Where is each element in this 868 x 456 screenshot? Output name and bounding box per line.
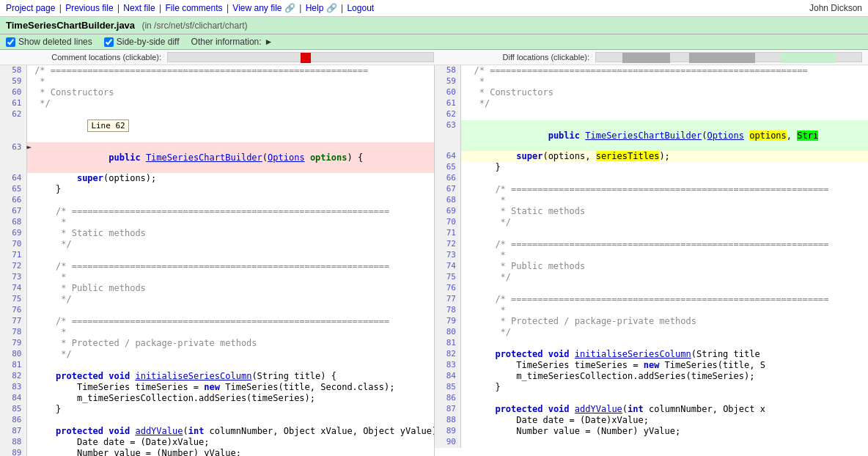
line-number[interactable]: 75 (435, 272, 461, 283)
line-number[interactable]: 75 (0, 294, 26, 305)
table-row: 61 */ (435, 98, 868, 109)
line-number[interactable]: 64 (0, 173, 26, 184)
comment-marker (301, 53, 311, 63)
table-row: 68 * (0, 217, 435, 228)
line-number[interactable]: 71 (435, 228, 461, 239)
nav-file-comments[interactable]: File comments (166, 3, 223, 13)
line-number[interactable]: 86 (0, 415, 26, 426)
nav-view-any-file[interactable]: View any file 🔗 (232, 3, 295, 13)
line-number[interactable]: 85 (435, 382, 461, 393)
table-row: 63 ► public TimeSeriesChartBuilder(Optio… (0, 142, 435, 173)
diff-scrollbar[interactable] (595, 52, 862, 62)
line-number[interactable]: 61 (435, 98, 461, 109)
line-number[interactable]: 88 (435, 415, 461, 426)
table-row: 79 * Protected / package-private methods (435, 316, 868, 327)
line-number[interactable]: 81 (435, 338, 461, 349)
line-number[interactable]: 59 (0, 76, 26, 87)
line-number[interactable]: 70 (0, 239, 26, 250)
line-number[interactable]: 69 (435, 206, 461, 217)
table-row: 87 protected void addYValue(int columnNu… (435, 404, 868, 415)
line-number[interactable]: 62 (435, 109, 461, 120)
line-number[interactable]: 72 (435, 239, 461, 250)
line-number[interactable]: 76 (435, 283, 461, 294)
line-number[interactable]: 65 (435, 162, 461, 173)
show-deleted-option[interactable]: Show deleted lines (6, 37, 92, 47)
table-row: 71 (0, 250, 435, 261)
line-number[interactable]: 87 (0, 426, 26, 437)
nav-help[interactable]: Help 🔗 (306, 3, 337, 13)
line-number[interactable]: 83 (435, 360, 461, 371)
line-number[interactable]: 79 (0, 338, 26, 349)
table-row: 64 super(options, seriesTitles); (435, 151, 868, 162)
line-number[interactable]: 76 (0, 305, 26, 316)
line-number[interactable]: 72 (0, 261, 26, 272)
line-number[interactable]: 78 (0, 327, 26, 338)
line-number[interactable]: 78 (435, 305, 461, 316)
other-info-section[interactable]: Other information: ► (191, 37, 273, 47)
line-number[interactable]: 68 (0, 217, 26, 228)
line-number[interactable]: 59 (435, 76, 461, 87)
line-number[interactable]: 89 (0, 448, 26, 456)
nav-logout[interactable]: Logout (347, 3, 374, 13)
line-number[interactable]: 82 (435, 349, 461, 360)
line-number[interactable]: 67 (0, 206, 26, 217)
line-number[interactable]: 66 (0, 195, 26, 206)
line-number[interactable]: 83 (0, 382, 26, 393)
nav-next-file[interactable]: Next file (123, 3, 155, 13)
line-number[interactable]: 68 (435, 195, 461, 206)
nav-project-page[interactable]: Project page (6, 3, 55, 13)
line-number[interactable]: 80 (0, 349, 26, 360)
table-row: 59 * (435, 76, 868, 87)
line-number[interactable]: 70 (435, 217, 461, 228)
table-row: 83 TimeSeries timeSeries = new TimeSerie… (0, 382, 435, 393)
line-number[interactable]: 89 (435, 426, 461, 437)
line-number[interactable]: 63 (435, 120, 461, 151)
side-by-side-option[interactable]: Side-by-side diff (104, 37, 180, 47)
line-number[interactable]: 88 (0, 437, 26, 448)
line-number[interactable]: 60 (435, 87, 461, 98)
line-number[interactable]: 63 (0, 142, 26, 173)
line-number[interactable]: 65 (0, 184, 26, 195)
line-number[interactable]: 84 (435, 371, 461, 382)
line-number[interactable]: 90 (435, 437, 461, 448)
diff-marker-2 (689, 53, 756, 63)
line-number[interactable]: 73 (435, 250, 461, 261)
table-row: 67 /* ==================================… (435, 184, 868, 195)
table-row: 75 */ (0, 294, 435, 305)
line-number[interactable]: 74 (435, 261, 461, 272)
comment-scrollbar[interactable] (167, 52, 434, 62)
line-number[interactable]: 61 (0, 98, 26, 109)
line-number[interactable]: 66 (435, 173, 461, 184)
line-number[interactable]: 77 (435, 294, 461, 305)
line-number[interactable]: 81 (0, 360, 26, 371)
table-row: 71 (435, 228, 868, 239)
nav-previous-file[interactable]: Previous file (65, 3, 113, 13)
table-row: 88 Date date = (Date)xValue; (435, 415, 868, 426)
table-row: 74 * Public methods (435, 261, 868, 272)
table-row: 75 */ (435, 272, 868, 283)
show-deleted-checkbox[interactable] (6, 37, 15, 47)
line-number[interactable]: 80 (435, 327, 461, 338)
line-number[interactable]: 74 (0, 283, 26, 294)
table-row: 60 * Constructors (0, 87, 435, 98)
line-number[interactable]: 87 (435, 404, 461, 415)
line-number[interactable]: 60 (0, 87, 26, 98)
line-number[interactable]: 67 (435, 184, 461, 195)
line-number[interactable]: 77 (0, 316, 26, 327)
line-number[interactable]: 64 (435, 151, 461, 162)
options-bar: Show deleted lines Side-by-side diff Oth… (0, 34, 868, 50)
line-number[interactable]: 58 (0, 65, 26, 76)
side-by-side-checkbox[interactable] (104, 37, 114, 47)
line-number[interactable]: 69 (0, 228, 26, 239)
line-number[interactable]: 73 (0, 272, 26, 283)
line-number[interactable]: 71 (0, 250, 26, 261)
table-row: 66 (435, 173, 868, 184)
line-number[interactable]: 84 (0, 393, 26, 404)
line-number[interactable]: 82 (0, 371, 26, 382)
line-number[interactable]: 86 (435, 393, 461, 404)
line-number[interactable]: 85 (0, 404, 26, 415)
line-62-tooltip: Line 62 (87, 119, 128, 132)
line-number[interactable]: 79 (435, 316, 461, 327)
line-number[interactable]: 58 (435, 65, 461, 76)
line-number[interactable]: 62 (0, 109, 26, 142)
